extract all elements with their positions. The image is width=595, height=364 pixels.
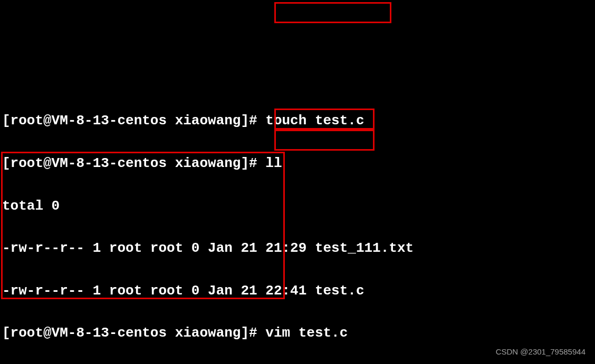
line-total: total 0 [2, 195, 593, 217]
cmd-ll: ll [265, 155, 282, 171]
highlight-touch [274, 2, 391, 23]
terminal-output[interactable]: [root@VM-8-13-centos xiaowang]# touch te… [2, 89, 593, 364]
line-touch: [root@VM-8-13-centos xiaowang]# touch te… [2, 110, 593, 131]
line-ll: [root@VM-8-13-centos xiaowang]# ll [2, 153, 593, 174]
line-file2: -rw-r--r-- 1 root root 0 Jan 21 22:41 te… [2, 280, 593, 301]
prompt: [root@VM-8-13-centos xiaowang]# [2, 155, 257, 171]
line-file1: -rw-r--r-- 1 root root 0 Jan 21 21:29 te… [2, 238, 593, 259]
cmd-touch: touch test.c [265, 113, 364, 129]
prompt: [root@VM-8-13-centos xiaowang]# [2, 325, 257, 341]
watermark: CSDN @2301_79585944 [496, 346, 586, 358]
prompt: [root@VM-8-13-centos xiaowang]# [2, 113, 257, 129]
cmd-vim: vim test.c [265, 325, 348, 341]
line-vim: [root@VM-8-13-centos xiaowang]# vim test… [2, 322, 593, 343]
